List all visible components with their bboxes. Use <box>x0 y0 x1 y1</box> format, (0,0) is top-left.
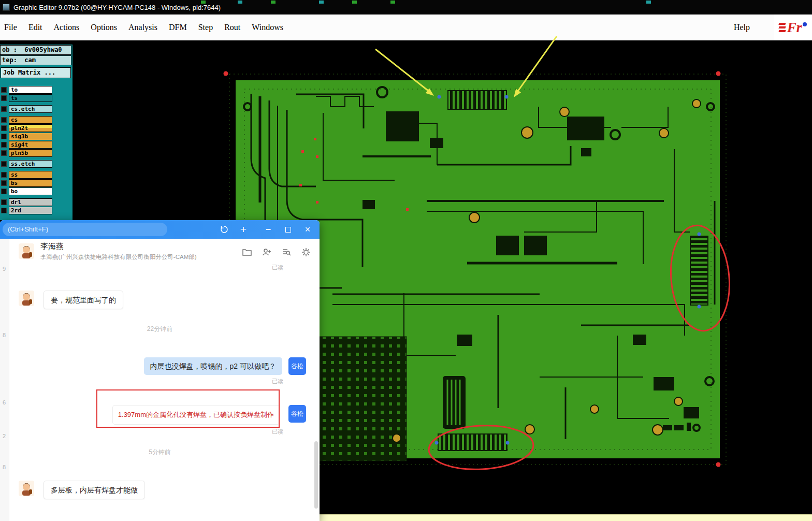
chat-search-input[interactable]: (Ctrl+Shift+F) <box>3 223 167 236</box>
layer-row-2rd[interactable]: 2rd <box>0 206 72 214</box>
layer-name[interactable]: bo <box>9 187 52 195</box>
layer-color-indicator[interactable] <box>1 199 7 205</box>
layer-color-indicator[interactable] <box>1 142 7 148</box>
layer-name[interactable]: sig4t <box>9 141 52 149</box>
layer-color-indicator[interactable] <box>1 134 7 139</box>
menu-edit[interactable]: Edit <box>28 23 42 32</box>
add-person-icon[interactable] <box>262 247 273 258</box>
menu-file[interactable]: File <box>4 23 17 32</box>
layer-row-sig3b[interactable]: sig3b <box>0 132 72 140</box>
titlebar-artifact <box>271 1 276 4</box>
logo-stripes-icon <box>779 23 786 32</box>
chat-timestamp: 22分钟前 <box>0 325 320 334</box>
layer-matrix-table: to ts cs.etch cs pln2t sig3b sig4t pln5b… <box>0 85 72 214</box>
contact-avatar[interactable] <box>19 243 34 259</box>
pcb-connector-bottom <box>438 434 507 451</box>
contact-name[interactable]: 李海燕 <box>40 242 64 252</box>
layer-name[interactable]: pln2t <box>9 124 52 132</box>
application-window: Graphic Editor 9.07b2 (00@HY-HYCAM-PC148… <box>0 0 812 521</box>
chat-timestamp: 5分钟前 <box>0 448 320 457</box>
maximize-button[interactable] <box>280 222 296 237</box>
layer-color-indicator[interactable] <box>1 150 7 156</box>
layer-color-indicator[interactable] <box>1 208 7 213</box>
layer-name[interactable]: cs.etch <box>9 105 52 113</box>
gutter-mark: 2 <box>3 433 6 439</box>
sender-avatar-badge[interactable]: 谷松 <box>288 357 306 375</box>
minimize-button[interactable]: − <box>260 222 276 237</box>
layer-color-indicator[interactable] <box>1 189 7 194</box>
layer-name[interactable]: pln5b <box>9 149 52 157</box>
chat-message-received[interactable]: 要，规范里面写了的 <box>44 291 123 309</box>
chat-scrollbar[interactable] <box>314 441 318 509</box>
layer-name[interactable]: cs <box>9 116 52 124</box>
history-icon[interactable] <box>216 222 232 237</box>
titlebar-artifact <box>646 1 651 4</box>
layer-name[interactable]: sig3b <box>9 133 52 140</box>
close-button[interactable]: × <box>300 222 315 237</box>
chat-body: 9 8 6 2 8 李海燕 李海燕(广州兴森快捷电路科技有限公司衡阳分公司-CA… <box>0 239 320 521</box>
add-icon[interactable]: + <box>236 222 251 237</box>
layer-row-pln2t[interactable]: pln2t <box>0 124 72 132</box>
window-title: Graphic Editor 9.07b2 (00@HY-HYCAM-PC148… <box>13 4 221 11</box>
layer-row-to[interactable]: to <box>0 85 72 94</box>
layer-row-cs-etch[interactable]: cs.etch <box>0 105 72 113</box>
layer-color-indicator[interactable] <box>1 106 7 112</box>
job-name-field[interactable]: ob : 6v005yhwa0 <box>0 45 71 55</box>
folder-icon[interactable] <box>242 247 253 258</box>
chat-message-received[interactable]: 多层板，内层有焊盘才能做 <box>44 481 145 499</box>
menu-dfm[interactable]: DFM <box>169 23 187 32</box>
chat-header[interactable]: (Ctrl+Shift+F) + − × <box>0 220 320 239</box>
gear-icon[interactable] <box>301 247 312 258</box>
layer-color-indicator[interactable] <box>1 95 7 101</box>
layer-name[interactable]: ts <box>9 94 52 102</box>
read-status: 已读 <box>272 378 283 385</box>
menu-rout[interactable]: Rout <box>224 23 240 32</box>
layer-color-indicator[interactable] <box>1 125 7 131</box>
chat-message-sent[interactable]: 内层也没焊盘，喷锡的，p2 可以做吧？ <box>144 357 282 375</box>
job-side-panel: ob : 6v005yhwa0 tep: cam Job Matrix ... … <box>0 45 72 220</box>
layer-name[interactable]: drl <box>9 198 52 206</box>
layer-row-bo[interactable]: bo <box>0 187 72 195</box>
pcb-connector-top <box>448 91 506 109</box>
menu-analysis[interactable]: Analysis <box>128 23 157 32</box>
layer-color-indicator[interactable] <box>1 172 7 178</box>
chat-window: (Ctrl+Shift+F) + − × 9 8 6 2 8 <box>0 220 320 521</box>
step-name-field[interactable]: tep: cam <box>0 55 71 65</box>
menu-actions[interactable]: Actions <box>54 23 80 32</box>
menu-step[interactable]: Step <box>198 23 213 32</box>
titlebar-artifact <box>390 1 395 4</box>
gutter-mark: 6 <box>3 399 6 406</box>
search-messages-icon[interactable] <box>281 247 293 258</box>
sender-avatar-badge[interactable]: 谷松 <box>288 405 306 423</box>
layer-color-indicator[interactable] <box>1 117 7 123</box>
layer-row-ss[interactable]: ss <box>0 170 72 179</box>
layer-name[interactable]: bs <box>9 179 52 187</box>
layer-row-bs[interactable]: bs <box>0 179 72 187</box>
menu-windows[interactable]: Windows <box>252 23 283 32</box>
layer-row-ss-etch[interactable]: ss.etch <box>0 160 72 168</box>
layer-row-pln5b[interactable]: pln5b <box>0 149 72 157</box>
chat-message-sent-red[interactable]: 1.397mm的金属化孔没有焊盘，已确认按负焊盘制作 <box>112 405 280 425</box>
menu-help[interactable]: Help <box>734 23 750 32</box>
message-avatar[interactable] <box>19 291 34 306</box>
layer-row-drl[interactable]: drl <box>0 198 72 206</box>
window-titlebar[interactable]: Graphic Editor 9.07b2 (00@HY-HYCAM-PC148… <box>0 0 812 15</box>
menu-bar: File Edit Actions Options Analysis DFM S… <box>0 15 812 40</box>
layer-color-indicator[interactable] <box>1 161 7 167</box>
layer-name[interactable]: ss.etch <box>9 160 52 168</box>
layer-name[interactable]: 2rd <box>9 207 52 214</box>
gutter-mark: 8 <box>3 464 6 470</box>
job-matrix-button[interactable]: Job Matrix ... <box>1 67 71 78</box>
pcb-card-edge-connector-mid <box>443 376 466 429</box>
layer-name[interactable]: to <box>9 86 52 94</box>
app-icon <box>3 4 10 11</box>
menu-options[interactable]: Options <box>91 23 117 32</box>
message-avatar[interactable] <box>19 481 34 496</box>
layer-row-sig4t[interactable]: sig4t <box>0 140 72 149</box>
layer-color-indicator[interactable] <box>1 180 7 186</box>
layer-row-cs[interactable]: cs <box>0 115 72 124</box>
layer-name[interactable]: ss <box>9 171 52 179</box>
bottom-strip <box>320 514 812 521</box>
layer-row-ts[interactable]: ts <box>0 94 72 102</box>
layer-color-indicator[interactable] <box>1 87 7 93</box>
